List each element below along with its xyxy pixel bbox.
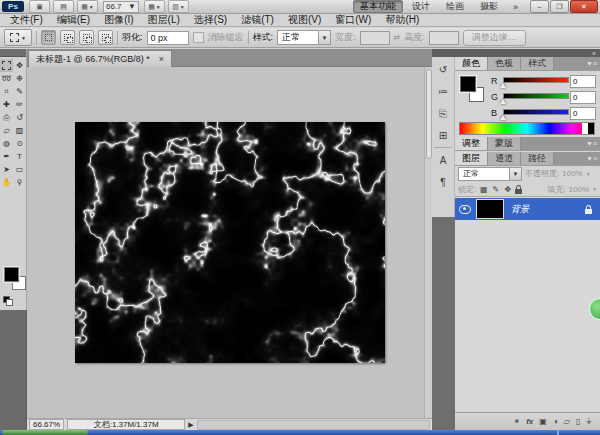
workspace-overflow-button[interactable]: »	[510, 2, 521, 12]
channel-slider-B[interactable]	[503, 109, 569, 115]
new-layer-button[interactable]: ▯	[576, 417, 580, 427]
blend-mode-select[interactable]: 正常 ▼	[458, 167, 522, 181]
history-brush-tool[interactable]: ↺	[13, 111, 26, 124]
blur-tool[interactable]: ◍	[0, 137, 13, 150]
taskbar-green-button[interactable]	[2, 430, 88, 435]
shape-tool[interactable]: ▭	[13, 163, 26, 176]
toolbox-grip[interactable]	[0, 49, 26, 57]
paragraph-panel-icon[interactable]: ¶	[434, 173, 453, 192]
arrange-documents-icon[interactable]: ▦▼	[144, 0, 165, 13]
opacity-value[interactable]: 100%	[562, 169, 582, 178]
menu-item-6[interactable]: 视图(V)	[281, 14, 328, 26]
move-tool[interactable]: ✥	[13, 59, 26, 72]
add-to-selection-button[interactable]	[60, 30, 75, 45]
foreground-color-swatch[interactable]	[460, 76, 476, 92]
document-canvas[interactable]	[75, 122, 385, 363]
menu-item-5[interactable]: 滤镜(T)	[234, 14, 281, 26]
tab-色板[interactable]: 色板	[488, 57, 521, 70]
channel-slider-thumb-R[interactable]	[500, 83, 506, 88]
lock-position-icon[interactable]: ✥	[503, 185, 512, 194]
lock-image-pixels-icon[interactable]: ✎	[491, 185, 500, 194]
eraser-tool[interactable]: ▱	[0, 124, 13, 137]
color-spectrum-ramp[interactable]	[459, 122, 595, 135]
tab-路径[interactable]: 路径	[521, 152, 554, 165]
refine-edge-button[interactable]: 调整边缘…	[463, 30, 526, 46]
layer-name[interactable]: 背景	[511, 203, 585, 216]
menu-item-7[interactable]: 窗口(W)	[328, 14, 378, 26]
feather-input[interactable]: 0 px	[147, 31, 189, 45]
tab-蒙版[interactable]: 蒙版	[488, 137, 521, 150]
layer-visibility-eye-icon[interactable]	[459, 205, 471, 214]
path-selection-tool[interactable]: ➤	[0, 163, 13, 176]
intersect-selection-button[interactable]	[98, 30, 113, 45]
lasso-tool[interactable]: ➿	[0, 72, 13, 85]
subtract-from-selection-button[interactable]	[79, 30, 94, 45]
workspace-button-2[interactable]: 绘画	[439, 0, 471, 13]
tab-图层[interactable]: 图层	[455, 152, 488, 165]
tab-颜色[interactable]: 颜色	[455, 57, 488, 70]
close-tab-icon[interactable]: ×	[159, 55, 164, 64]
tab-通道[interactable]: 通道	[488, 152, 521, 165]
layer-comps-panel-icon[interactable]: ⊞	[434, 126, 453, 145]
menu-item-4[interactable]: 选择(S)	[187, 14, 234, 26]
gradient-tool[interactable]: ▨	[13, 124, 26, 137]
vertical-scrollbar[interactable]	[424, 67, 432, 418]
delete-layer-button[interactable]: ⏚	[586, 417, 592, 427]
view-extras-icon[interactable]: ▦▼	[77, 0, 98, 13]
screen-mode-icon[interactable]: ▥▼	[168, 0, 189, 13]
layer-style-button[interactable]: fx	[526, 417, 533, 427]
menu-item-3[interactable]: 图层(L)	[141, 14, 187, 26]
mini-bridge-icon[interactable]: ▤	[53, 0, 74, 13]
clone-source-panel-icon[interactable]: ⎘	[434, 104, 453, 123]
horizontal-scrollbar[interactable]	[197, 420, 430, 430]
collapse-to-icons-icon[interactable]: «	[592, 50, 596, 57]
type-tool[interactable]: T	[13, 150, 26, 163]
hand-tool[interactable]: ✋	[0, 176, 13, 189]
dodge-tool[interactable]: ⊙	[13, 137, 26, 150]
clone-stamp-tool[interactable]: ⎙	[0, 111, 13, 124]
height-input[interactable]	[429, 31, 459, 45]
quick-selection-tool[interactable]: ❉	[13, 72, 26, 85]
fill-value[interactable]: 100%	[569, 185, 589, 194]
width-input[interactable]	[360, 31, 390, 45]
new-selection-button[interactable]	[41, 30, 56, 45]
black-swatch[interactable]	[588, 123, 594, 134]
link-dimensions-icon[interactable]: ⇄	[394, 33, 401, 42]
channel-slider-G[interactable]	[503, 93, 569, 99]
rectangular-marquee-tool[interactable]	[0, 59, 13, 72]
restore-button[interactable]: ❐	[550, 0, 569, 13]
close-button[interactable]: ✕	[570, 0, 598, 13]
spot-healing-brush-tool[interactable]: ✚	[0, 98, 13, 111]
status-zoom-field[interactable]: 66.67%	[29, 419, 64, 430]
default-colors-icon[interactable]	[3, 296, 12, 305]
workspace-button-3[interactable]: 摄影	[473, 0, 505, 13]
new-adjustment-layer-button[interactable]: ◑	[553, 417, 558, 427]
brush-tool[interactable]: ✏	[13, 98, 26, 111]
status-menu-arrow-icon[interactable]: ▶	[188, 421, 193, 429]
foreground-color-swatch[interactable]	[4, 267, 19, 282]
minimize-button[interactable]: –	[530, 0, 549, 13]
channel-value-R[interactable]: 0	[570, 75, 596, 88]
panel-menu-icon[interactable]: ▼≡	[586, 57, 600, 70]
panel-menu-icon[interactable]: ▼≡	[586, 152, 600, 165]
brush-presets-panel-icon[interactable]: ≔	[434, 82, 453, 101]
lock-transparent-pixels-icon[interactable]: ▦	[479, 185, 488, 194]
link-layers-button[interactable]: ⚭	[514, 417, 521, 427]
menu-item-2[interactable]: 图像(I)	[97, 14, 140, 26]
style-select[interactable]: 正常 ▼	[277, 30, 331, 45]
tab-样式[interactable]: 样式	[521, 57, 554, 70]
menu-item-0[interactable]: 文件(F)	[3, 14, 50, 26]
channel-value-G[interactable]: 0	[570, 91, 596, 104]
lock-all-icon[interactable]	[515, 189, 522, 194]
bridge-launcher-icon[interactable]: ▣	[29, 0, 50, 13]
document-tab[interactable]: 未标题-1 @ 66.7%(RGB/8) * ×	[28, 50, 172, 67]
layer-row-background[interactable]: 背景	[455, 198, 600, 220]
workspace-button-0[interactable]: 基本功能	[353, 0, 403, 13]
anti-alias-checkbox[interactable]	[193, 32, 204, 43]
zoom-level-control[interactable]: 66.7 ▼	[103, 1, 139, 13]
menu-item-1[interactable]: 编辑(E)	[50, 14, 97, 26]
workspace-button-1[interactable]: 设计	[405, 0, 437, 13]
eyedropper-tool[interactable]: ✎	[13, 85, 26, 98]
new-group-button[interactable]: ▱	[564, 417, 570, 427]
crop-tool[interactable]: ⌗	[0, 85, 13, 98]
